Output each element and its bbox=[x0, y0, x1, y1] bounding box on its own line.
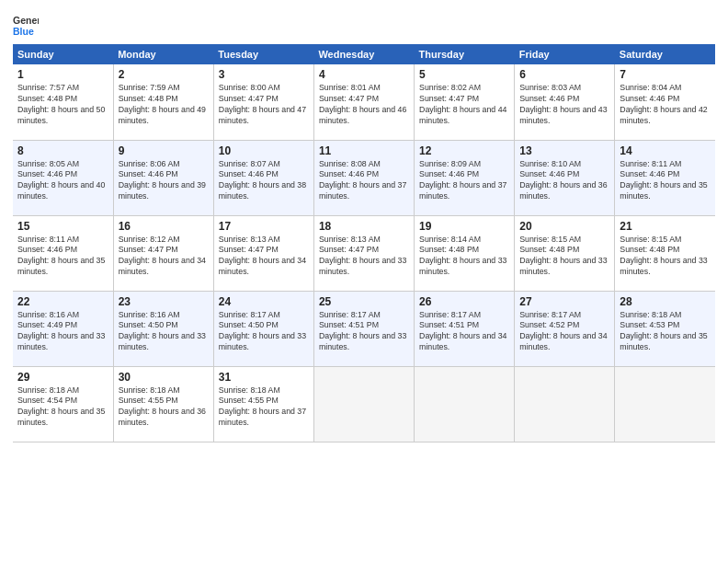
day-cell: 15 Sunrise: 8:11 AM Sunset: 4:46 PM Dayl… bbox=[13, 215, 113, 291]
day-number: 30 bbox=[119, 371, 209, 384]
day-info: Sunrise: 8:13 AM Sunset: 4:47 PM Dayligh… bbox=[219, 235, 309, 279]
week-row-3: 15 Sunrise: 8:11 AM Sunset: 4:46 PM Dayl… bbox=[13, 215, 715, 291]
day-info: Sunrise: 8:18 AM Sunset: 4:55 PM Dayligh… bbox=[119, 385, 209, 430]
day-number: 23 bbox=[119, 295, 209, 308]
day-cell: 30 Sunrise: 8:18 AM Sunset: 4:55 PM Dayl… bbox=[113, 366, 213, 442]
day-number: 27 bbox=[519, 295, 609, 308]
day-info: Sunrise: 8:16 AM Sunset: 4:50 PM Dayligh… bbox=[119, 310, 209, 354]
day-cell: 7 Sunrise: 8:04 AM Sunset: 4:46 PM Dayli… bbox=[615, 64, 715, 140]
day-number: 25 bbox=[319, 295, 409, 308]
day-cell: 18 Sunrise: 8:13 AM Sunset: 4:47 PM Dayl… bbox=[313, 215, 414, 291]
day-number: 9 bbox=[119, 144, 209, 157]
week-row-1: 1 Sunrise: 7:57 AM Sunset: 4:48 PM Dayli… bbox=[13, 64, 715, 140]
day-number: 29 bbox=[17, 371, 108, 384]
day-info: Sunrise: 8:02 AM Sunset: 4:47 PM Dayligh… bbox=[419, 83, 509, 127]
day-number: 13 bbox=[519, 144, 609, 157]
logo-icon: General Blue bbox=[13, 13, 39, 39]
day-cell: 13 Sunrise: 8:10 AM Sunset: 4:46 PM Dayl… bbox=[515, 140, 615, 215]
day-cell: 3 Sunrise: 8:00 AM Sunset: 4:47 PM Dayli… bbox=[213, 64, 313, 140]
day-number: 8 bbox=[17, 144, 108, 157]
day-info: Sunrise: 8:01 AM Sunset: 4:47 PM Dayligh… bbox=[319, 83, 409, 127]
day-cell bbox=[515, 366, 615, 442]
day-cell: 23 Sunrise: 8:16 AM Sunset: 4:50 PM Dayl… bbox=[113, 291, 213, 366]
day-cell: 12 Sunrise: 8:09 AM Sunset: 4:46 PM Dayl… bbox=[415, 140, 515, 215]
svg-text:Blue: Blue bbox=[13, 26, 34, 37]
weekday-header-saturday: Saturday bbox=[615, 44, 715, 64]
day-info: Sunrise: 8:17 AM Sunset: 4:52 PM Dayligh… bbox=[519, 310, 609, 354]
day-info: Sunrise: 8:06 AM Sunset: 4:46 PM Dayligh… bbox=[119, 159, 209, 203]
day-cell: 6 Sunrise: 8:03 AM Sunset: 4:46 PM Dayli… bbox=[515, 64, 615, 140]
week-row-2: 8 Sunrise: 8:05 AM Sunset: 4:46 PM Dayli… bbox=[13, 140, 715, 215]
day-info: Sunrise: 8:18 AM Sunset: 4:53 PM Dayligh… bbox=[620, 310, 711, 354]
day-info: Sunrise: 8:11 AM Sunset: 4:46 PM Dayligh… bbox=[620, 159, 711, 203]
day-info: Sunrise: 8:08 AM Sunset: 4:46 PM Dayligh… bbox=[319, 159, 409, 203]
day-cell bbox=[415, 366, 515, 442]
day-info: Sunrise: 8:13 AM Sunset: 4:47 PM Dayligh… bbox=[319, 235, 409, 279]
day-cell: 2 Sunrise: 7:59 AM Sunset: 4:48 PM Dayli… bbox=[113, 64, 213, 140]
day-number: 20 bbox=[519, 220, 609, 233]
calendar-table: SundayMondayTuesdayWednesdayThursdayFrid… bbox=[13, 44, 715, 442]
svg-text:General: General bbox=[13, 15, 39, 26]
day-number: 21 bbox=[620, 220, 711, 233]
day-number: 22 bbox=[17, 295, 108, 308]
day-number: 17 bbox=[219, 220, 309, 233]
day-number: 11 bbox=[319, 144, 409, 157]
day-info: Sunrise: 7:57 AM Sunset: 4:48 PM Dayligh… bbox=[17, 83, 108, 127]
day-info: Sunrise: 8:09 AM Sunset: 4:46 PM Dayligh… bbox=[419, 159, 509, 203]
day-number: 4 bbox=[319, 68, 409, 81]
logo: General Blue bbox=[13, 13, 40, 39]
day-cell: 11 Sunrise: 8:08 AM Sunset: 4:46 PM Dayl… bbox=[313, 140, 414, 215]
day-number: 18 bbox=[319, 220, 409, 233]
day-number: 26 bbox=[419, 295, 509, 308]
day-cell: 31 Sunrise: 8:18 AM Sunset: 4:55 PM Dayl… bbox=[213, 366, 313, 442]
day-number: 3 bbox=[219, 68, 309, 81]
day-number: 1 bbox=[17, 68, 108, 81]
day-info: Sunrise: 8:16 AM Sunset: 4:49 PM Dayligh… bbox=[17, 310, 108, 354]
day-info: Sunrise: 8:12 AM Sunset: 4:47 PM Dayligh… bbox=[119, 235, 209, 279]
day-info: Sunrise: 8:10 AM Sunset: 4:46 PM Dayligh… bbox=[519, 159, 609, 203]
day-cell: 14 Sunrise: 8:11 AM Sunset: 4:46 PM Dayl… bbox=[615, 140, 715, 215]
day-info: Sunrise: 8:18 AM Sunset: 4:54 PM Dayligh… bbox=[17, 385, 108, 430]
week-row-5: 29 Sunrise: 8:18 AM Sunset: 4:54 PM Dayl… bbox=[13, 366, 715, 442]
day-info: Sunrise: 8:15 AM Sunset: 4:48 PM Dayligh… bbox=[620, 235, 711, 279]
day-info: Sunrise: 8:17 AM Sunset: 4:50 PM Dayligh… bbox=[219, 310, 309, 354]
day-cell bbox=[615, 366, 715, 442]
day-cell: 25 Sunrise: 8:17 AM Sunset: 4:51 PM Dayl… bbox=[313, 291, 414, 366]
day-cell: 29 Sunrise: 8:18 AM Sunset: 4:54 PM Dayl… bbox=[13, 366, 113, 442]
day-cell: 26 Sunrise: 8:17 AM Sunset: 4:51 PM Dayl… bbox=[415, 291, 515, 366]
day-info: Sunrise: 8:05 AM Sunset: 4:46 PM Dayligh… bbox=[17, 159, 108, 203]
day-cell: 19 Sunrise: 8:14 AM Sunset: 4:48 PM Dayl… bbox=[415, 215, 515, 291]
day-number: 5 bbox=[419, 68, 509, 81]
day-cell: 21 Sunrise: 8:15 AM Sunset: 4:48 PM Dayl… bbox=[615, 215, 715, 291]
day-cell: 28 Sunrise: 8:18 AM Sunset: 4:53 PM Dayl… bbox=[615, 291, 715, 366]
day-cell: 5 Sunrise: 8:02 AM Sunset: 4:47 PM Dayli… bbox=[415, 64, 515, 140]
weekday-header-monday: Monday bbox=[113, 44, 213, 64]
day-cell: 20 Sunrise: 8:15 AM Sunset: 4:48 PM Dayl… bbox=[515, 215, 615, 291]
weekday-header-tuesday: Tuesday bbox=[213, 44, 313, 64]
weekday-header-sunday: Sunday bbox=[13, 44, 113, 64]
day-number: 24 bbox=[219, 295, 309, 308]
day-cell: 10 Sunrise: 8:07 AM Sunset: 4:46 PM Dayl… bbox=[213, 140, 313, 215]
day-number: 2 bbox=[119, 68, 209, 81]
day-cell: 9 Sunrise: 8:06 AM Sunset: 4:46 PM Dayli… bbox=[113, 140, 213, 215]
day-cell: 22 Sunrise: 8:16 AM Sunset: 4:49 PM Dayl… bbox=[13, 291, 113, 366]
day-number: 10 bbox=[219, 144, 309, 157]
day-info: Sunrise: 8:04 AM Sunset: 4:46 PM Dayligh… bbox=[620, 83, 711, 127]
calendar-body: 1 Sunrise: 7:57 AM Sunset: 4:48 PM Dayli… bbox=[13, 64, 715, 442]
day-number: 6 bbox=[519, 68, 609, 81]
day-info: Sunrise: 8:15 AM Sunset: 4:48 PM Dayligh… bbox=[519, 235, 609, 279]
main-container: General Blue SundayMondayTuesdayWednesda… bbox=[0, 0, 728, 450]
header: General Blue bbox=[13, 9, 715, 39]
day-info: Sunrise: 7:59 AM Sunset: 4:48 PM Dayligh… bbox=[119, 83, 209, 127]
day-info: Sunrise: 8:18 AM Sunset: 4:55 PM Dayligh… bbox=[219, 385, 309, 430]
day-cell: 4 Sunrise: 8:01 AM Sunset: 4:47 PM Dayli… bbox=[313, 64, 414, 140]
day-info: Sunrise: 8:17 AM Sunset: 4:51 PM Dayligh… bbox=[419, 310, 509, 354]
day-info: Sunrise: 8:17 AM Sunset: 4:51 PM Dayligh… bbox=[319, 310, 409, 354]
day-info: Sunrise: 8:03 AM Sunset: 4:46 PM Dayligh… bbox=[519, 83, 609, 127]
weekday-header-friday: Friday bbox=[515, 44, 615, 64]
day-number: 28 bbox=[620, 295, 711, 308]
weekday-header-wednesday: Wednesday bbox=[313, 44, 414, 64]
day-cell: 27 Sunrise: 8:17 AM Sunset: 4:52 PM Dayl… bbox=[515, 291, 615, 366]
day-number: 16 bbox=[119, 220, 209, 233]
day-number: 7 bbox=[620, 68, 711, 81]
